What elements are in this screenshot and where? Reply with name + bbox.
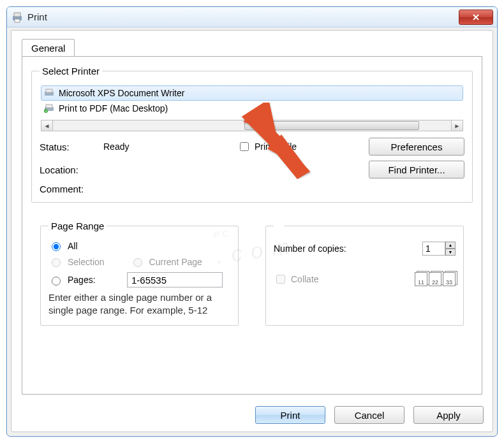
- printer-icon: [43, 104, 55, 113]
- scroll-right-button[interactable]: ►: [451, 120, 463, 131]
- tab-panel-general: Select Printer Microsoft XPS Document Wr…: [22, 56, 482, 395]
- preferences-button[interactable]: Preferences: [369, 138, 464, 156]
- collate-page-3: 33: [443, 272, 456, 286]
- collate-page-2: 22: [429, 272, 441, 286]
- page-range-hint: Enter either a single page number or a s…: [48, 291, 230, 317]
- svg-rect-6: [46, 105, 52, 108]
- print-to-file-input[interactable]: [240, 142, 249, 151]
- collate-icon: 11 22 33: [415, 272, 456, 286]
- copies-input[interactable]: [422, 242, 445, 256]
- comment-label: Comment:: [40, 184, 103, 194]
- svg-rect-1: [14, 13, 20, 17]
- radio-current-label: Current Page: [149, 257, 202, 267]
- printer-list-scrollbar[interactable]: ◄ ►: [41, 120, 463, 131]
- printer-item-label: Print to PDF (Mac Desktop): [59, 103, 168, 113]
- copies-down-button[interactable]: ▼: [445, 249, 456, 256]
- radio-all-label: All: [68, 241, 78, 251]
- printer-list[interactable]: Microsoft XPS Document Writer Print to P…: [41, 85, 463, 116]
- collate-page-1: 11: [415, 272, 427, 286]
- radio-all-row[interactable]: All: [48, 240, 230, 251]
- collate-input: [276, 275, 285, 284]
- svg-rect-4: [46, 89, 52, 92]
- apply-button[interactable]: Apply: [413, 406, 484, 424]
- client-area: General Select Printer Microsoft XPS Doc…: [11, 30, 493, 432]
- dialog-buttons: Print Cancel Apply: [255, 406, 484, 424]
- tab-general[interactable]: General: [22, 39, 75, 57]
- scroll-left-button[interactable]: ◄: [41, 120, 53, 131]
- scroll-track[interactable]: [53, 120, 451, 131]
- collate-checkbox: Collate: [274, 273, 319, 286]
- radio-all[interactable]: [52, 242, 61, 251]
- close-icon: [472, 13, 480, 21]
- scroll-thumb[interactable]: [244, 121, 420, 130]
- radio-selection-row: Selection: [48, 256, 105, 267]
- select-printer-group: Select Printer Microsoft XPS Document Wr…: [31, 66, 473, 203]
- status-label: Status:: [40, 142, 103, 152]
- pages-input[interactable]: [127, 272, 223, 287]
- copies-label: Number of copies:: [274, 243, 346, 254]
- page-range-group: Page Range All Selection Current Page: [40, 221, 239, 326]
- page-range-legend: Page Range: [48, 221, 107, 231]
- svg-rect-2: [15, 19, 20, 22]
- print-dialog: Print General Select Printer Microsoft X…: [6, 6, 498, 437]
- radio-selection-label: Selection: [68, 257, 105, 267]
- radio-pages-label: Pages:: [68, 275, 122, 285]
- print-to-file-checkbox[interactable]: Print to file: [237, 140, 369, 153]
- radio-pages-row[interactable]: Pages:: [48, 272, 230, 287]
- close-button[interactable]: [459, 10, 493, 25]
- copies-spinner[interactable]: ▲ ▼: [422, 242, 456, 256]
- titlebar[interactable]: Print: [7, 7, 497, 27]
- radio-selection: [52, 258, 61, 267]
- printer-item-pdf[interactable]: Print to PDF (Mac Desktop): [41, 101, 463, 116]
- tab-strip: General: [22, 38, 75, 57]
- location-label: Location:: [40, 164, 103, 175]
- printer-icon: [43, 89, 55, 98]
- collate-label: Collate: [291, 274, 319, 284]
- copies-up-button[interactable]: ▲: [445, 242, 456, 249]
- print-button[interactable]: Print: [255, 406, 325, 424]
- printer-item-label: Microsoft XPS Document Writer: [59, 88, 184, 98]
- printer-item-xps[interactable]: Microsoft XPS Document Writer: [41, 85, 463, 101]
- radio-pages[interactable]: [52, 277, 61, 286]
- radio-current-row: Current Page: [130, 256, 202, 267]
- radio-current: [133, 258, 142, 267]
- select-printer-legend: Select Printer: [40, 66, 102, 76]
- cancel-button[interactable]: Cancel: [334, 406, 404, 424]
- printer-app-icon: [11, 11, 24, 24]
- find-printer-button[interactable]: Find Printer...: [369, 161, 464, 178]
- copies-group: x Number of copies: ▲ ▼: [265, 221, 464, 326]
- window-title: Print: [27, 11, 47, 22]
- print-to-file-label: Print to file: [255, 142, 297, 152]
- status-value: Ready: [103, 142, 237, 152]
